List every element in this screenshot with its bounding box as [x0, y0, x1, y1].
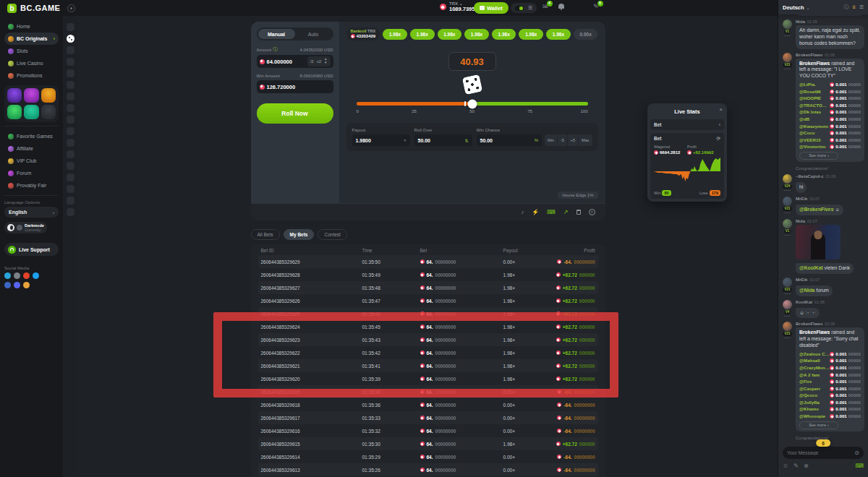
tab-contest[interactable]: Contest	[318, 229, 346, 240]
avatar[interactable]	[783, 219, 792, 228]
roll-now-button[interactable]: Roll Now	[257, 103, 333, 124]
rail-game-icon[interactable]	[67, 127, 75, 135]
chat-menu-icon[interactable]: ☰	[859, 4, 864, 10]
rail-game-icon[interactable]	[67, 81, 75, 89]
game-wheel-icon[interactable]	[7, 88, 22, 103]
recipient-name[interactable]: @Zealous Coryd...	[799, 351, 830, 357]
chat-message-input[interactable]	[787, 450, 851, 455]
win-amount-input[interactable]: 126.720000	[257, 80, 333, 93]
result-history-pill[interactable]: 1.98x	[546, 29, 571, 40]
trophy-icon[interactable]: ♕	[851, 4, 856, 10]
slow-mode-icon[interactable]: ⊙	[854, 450, 859, 456]
avatar[interactable]	[783, 197, 792, 206]
double-bet-button[interactable]: x2	[317, 59, 321, 64]
brand-name[interactable]: BC.GAME	[20, 4, 60, 12]
see-more-button[interactable]: See more ›	[799, 421, 838, 429]
table-row[interactable]: 26064438532962601:35:4764.000000001.98×+…	[258, 294, 598, 307]
rail-game-icon[interactable]	[67, 197, 75, 205]
rail-game-icon[interactable]	[67, 185, 75, 193]
live-support-button[interactable]: Live Support	[4, 243, 59, 256]
chance-minus5-button[interactable]: -5	[558, 134, 568, 146]
live-stats-bet-row[interactable]: Bet ›	[650, 119, 724, 130]
table-row[interactable]: 26064438532961601:35:3264.000000000.00×-…	[258, 424, 598, 437]
sidebar-item-home[interactable]: Home	[4, 20, 59, 33]
amount-stepper[interactable]: ▲▼	[324, 58, 327, 65]
table-row[interactable]: 26064438532961501:35:3064.000000001.98×+…	[258, 437, 598, 450]
chat-rules-icon[interactable]: ⌨	[855, 463, 864, 469]
discord-icon[interactable]	[14, 282, 20, 288]
rail-game-icon[interactable]	[67, 139, 75, 147]
recipient-name[interactable]: @Khamo	[799, 406, 819, 412]
chat-language-select[interactable]: Deutsch	[783, 4, 804, 11]
recipient-name[interactable]: @Qcoco	[799, 392, 817, 398]
close-icon[interactable]: ×	[719, 106, 723, 113]
chance-max-button[interactable]: Max	[579, 134, 592, 146]
trash-icon[interactable]	[576, 210, 581, 215]
sidebar-item-bc-originals[interactable]: BC Originals›	[4, 33, 59, 45]
recipient-name[interactable]: @Kwazymoto	[799, 124, 828, 129]
chance-min-button[interactable]: Min	[545, 134, 558, 146]
game-flower-icon[interactable]	[24, 88, 38, 103]
game-crown-icon[interactable]	[41, 88, 56, 103]
display-settings-toggle[interactable]: ☰	[511, 3, 537, 13]
bankroll-display[interactable]: Bankroll TRX 43203429	[346, 27, 380, 40]
win-chance-input[interactable]: 50.00 %	[477, 134, 542, 146]
reddit-icon[interactable]	[23, 272, 30, 279]
table-row[interactable]: 26064438532961801:35:3664.000000000.00×-…	[258, 398, 598, 411]
avatar[interactable]	[783, 20, 792, 29]
keyboard-icon[interactable]: ⌨	[547, 210, 556, 215]
recipient-name[interactable]: @Coco	[799, 130, 815, 136]
slider-knob[interactable]	[467, 99, 477, 108]
twitter-icon[interactable]	[33, 272, 39, 279]
payout-input[interactable]: 1.9800 ×	[352, 134, 410, 146]
avatar[interactable]	[783, 322, 792, 331]
wallet-button[interactable]: Wallet	[474, 2, 509, 14]
tab-my-bets[interactable]: My Bets	[284, 229, 315, 240]
gif-icon[interactable]: ✎	[793, 463, 799, 469]
result-history-pill[interactable]: 1.98x	[410, 29, 435, 40]
table-row[interactable]: 26064438532962901:35:5064.000000000.00×-…	[258, 255, 598, 268]
rail-game-icon[interactable]	[67, 104, 75, 112]
recipient-name[interactable]: @VEER15	[799, 137, 821, 143]
rail-game-icon[interactable]	[67, 58, 75, 66]
game-rocket-icon[interactable]	[7, 105, 22, 119]
avatar[interactable]	[783, 300, 792, 309]
sidebar-item-affiliate[interactable]: Affiliate	[4, 142, 59, 155]
avatar[interactable]	[783, 174, 792, 184]
attach-icon[interactable]: ⊕	[804, 463, 809, 469]
help-icon[interactable]: ?	[589, 209, 595, 215]
recipient-name[interactable]: @A 2 fam	[799, 372, 820, 378]
notifications-bell-icon[interactable]	[558, 4, 564, 9]
table-row[interactable]: 26064438532961401:35:2964.000000000.00×-…	[258, 450, 598, 463]
game-gem-icon[interactable]	[24, 105, 38, 119]
result-history-pill[interactable]: 1.98x	[383, 29, 407, 40]
rail-game-icon[interactable]	[67, 162, 75, 170]
chat-messages[interactable]: der Link in der Notification zu gebracht…	[778, 14, 868, 443]
result-history-pill[interactable]: 0.00x	[574, 29, 598, 40]
rail-game-icon[interactable]	[67, 23, 75, 31]
recipient-name[interactable]: @Rosel96	[799, 89, 821, 95]
recipient-name[interactable]: @dB	[799, 116, 809, 122]
hotkeys-icon[interactable]: ⚡	[532, 210, 539, 215]
sidebar-item-slots[interactable]: Slots	[4, 45, 59, 57]
sidebar-item-forum[interactable]: Forum	[4, 167, 59, 179]
bc-logo-icon[interactable]: b	[7, 4, 17, 13]
sidebar-collapse-button[interactable]	[67, 4, 75, 12]
recipient-name[interactable]: @HOOPIE	[799, 95, 821, 101]
chat-gif[interactable]	[796, 225, 841, 259]
balance-display[interactable]: TRX ⌄ 1089.73953	[440, 1, 478, 12]
tab-manual[interactable]: Manual	[258, 29, 295, 39]
half-bet-button[interactable]: /2	[310, 59, 314, 64]
slider-track[interactable]	[357, 102, 588, 106]
recipient-name[interactable]: @Mahsall	[799, 358, 820, 364]
sidebar-item-provably-fair[interactable]: Provably Fair	[4, 179, 59, 192]
recipient-name[interactable]: @LtPia.	[799, 82, 816, 87]
stats-icon[interactable]: ↗	[563, 210, 569, 215]
result-history-pill[interactable]: 1.98x	[519, 29, 543, 40]
recipient-name[interactable]: @TRACTORCB	[799, 103, 830, 108]
steam-icon[interactable]	[14, 272, 20, 279]
amount-input[interactable]: 64.000000 /2 x2 ▲▼	[257, 55, 333, 68]
rail-game-icon[interactable]	[67, 150, 75, 158]
rail-game-icon[interactable]	[67, 93, 75, 100]
emoji-icon[interactable]: ☺	[783, 463, 788, 469]
